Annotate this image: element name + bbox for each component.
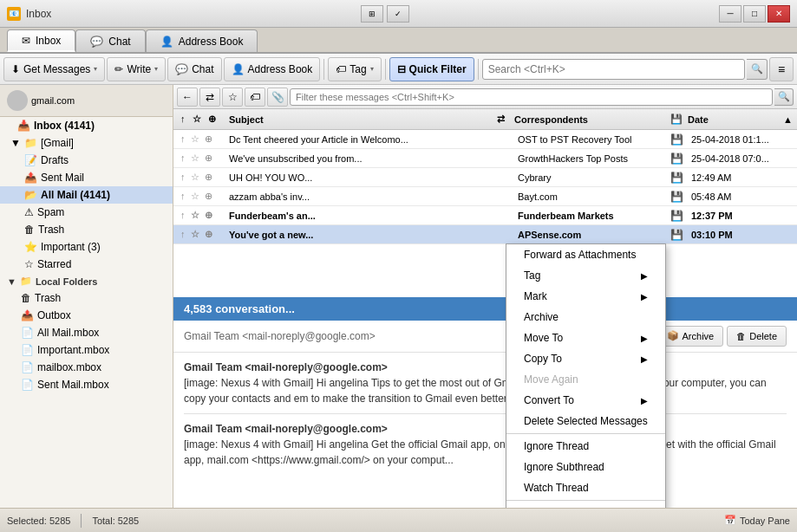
extra-btn-1[interactable]: ⊞	[361, 5, 383, 23]
ctx-sep-1	[506, 433, 665, 434]
preview-from-1: Gmail Team <mail-noreply@google.com>	[184, 330, 376, 342]
msg-corr-5: Funderbeam Markets	[514, 211, 670, 221]
sidebar-item-drafts[interactable]: 📝 Drafts	[0, 152, 173, 169]
hamburger-menu-button[interactable]: ≡	[769, 57, 794, 81]
msg-size-4: 💾	[670, 191, 688, 203]
filter-search-input[interactable]	[290, 88, 773, 106]
quick-filter-button[interactable]: ⊟ Quick Filter	[389, 57, 474, 81]
write-button[interactable]: ✏ Write ▾	[107, 57, 166, 81]
msg-row-2[interactable]: ↑☆⊕ We've unsubscribed you from... Growt…	[173, 149, 797, 168]
address-book-button[interactable]: 👤 Address Book	[224, 57, 321, 81]
status-bar: Selected: 5285 Total: 5285 📅 Today Pane	[0, 508, 797, 532]
sidebar-item-trash[interactable]: 🗑 Trash	[0, 221, 173, 238]
col-flags: ↑ ☆ ⊕	[173, 114, 225, 125]
status-today-pane[interactable]: 📅 Today Pane	[724, 515, 790, 526]
search-button[interactable]: 🔍	[747, 59, 768, 80]
status-selected: Selected: 5285	[7, 516, 70, 526]
sidebar-item-spam[interactable]: ⚠ Spam	[0, 204, 173, 221]
msg-row-4[interactable]: ↑☆⊕ azzam abba's inv... Bayt.com 💾 05:48…	[173, 187, 797, 206]
sidebar-item-gmail[interactable]: ▼ 📁 [Gmail]	[0, 134, 173, 152]
ctx-mark[interactable]: Mark ▶	[506, 286, 665, 307]
col-correspondents-header[interactable]: Correspondents	[514, 114, 670, 125]
ctx-convert-to[interactable]: Convert To ▶	[506, 390, 665, 411]
ctx-forward-attachments[interactable]: Forward as Attachments	[506, 244, 665, 265]
msg-row-3[interactable]: ↑☆⊕ UH OH! YOU WO... Cybrary 💾 12:49 AM	[173, 168, 797, 187]
star-button[interactable]: ☆	[222, 88, 243, 107]
tag-button[interactable]: 🏷 Tag ▾	[328, 57, 381, 81]
ctx-delete-selected[interactable]: Delete Selected Messages	[506, 411, 665, 431]
archive-icon: 📦	[667, 330, 679, 341]
sidebar-item-sentmail2[interactable]: 📄 Sent Mail.mbox	[0, 376, 173, 393]
sidebar-item-important2[interactable]: 📄 Important.mbox	[0, 341, 173, 359]
msg-subject-3: UH OH! YOU WO...	[225, 172, 497, 183]
col-date-header[interactable]: Date	[688, 114, 783, 125]
msg-subject-1: Dc Tent cheered your Article in Welcomo.…	[225, 134, 497, 145]
tab-inbox[interactable]: ✉ Inbox	[7, 29, 75, 52]
msg-row-1[interactable]: ↑☆⊕ Dc Tent cheered your Article in Welc…	[173, 130, 797, 149]
sidebar-item-allmail[interactable]: 📂 All Mail (4141)	[0, 186, 173, 204]
col-scroll-header: ▲	[783, 114, 797, 125]
calendar-icon: 📅	[724, 515, 736, 526]
close-button[interactable]: ✕	[768, 5, 790, 23]
sidebar-item-important[interactable]: ⭐ Important (3)	[0, 238, 173, 256]
ctx-ignore-subthread[interactable]: Ignore Subthread	[506, 457, 665, 477]
msg-row-5[interactable]: ↑☆⊕ Funderbeam's an... Funderbeam Market…	[173, 206, 797, 225]
localfolders-icon: 📁	[20, 276, 32, 287]
sidebar: gmail.com 📥 Inbox (4141) ▼ 📁 [Gmail] 📝 D…	[0, 85, 173, 508]
tag-icon: 🏷	[336, 63, 346, 75]
search-input[interactable]	[482, 59, 745, 80]
sidebar-item-outbox[interactable]: 📤 Outbox	[0, 307, 173, 324]
tag2-button[interactable]: 🏷	[245, 88, 265, 107]
ctx-archive[interactable]: Archive	[506, 307, 665, 328]
allmail-icon: 📂	[24, 189, 37, 201]
ctx-move-to[interactable]: Move To ▶	[506, 328, 665, 348]
important2-icon: 📄	[21, 344, 34, 356]
msg-date-3: 12:49 AM	[688, 172, 783, 183]
title-bar-extra: ⊞ ✓	[361, 5, 409, 23]
ctx-watch-thread[interactable]: Watch Thread	[506, 477, 665, 498]
sidebar-item-starred[interactable]: ☆ Starred	[0, 256, 173, 273]
title-bar: 📧 Inbox ⊞ ✓ ─ □ ✕	[0, 0, 797, 28]
maximize-button[interactable]: □	[743, 5, 766, 23]
address-book-icon: 👤	[232, 63, 245, 75]
msg-flags-1: ↑☆⊕	[173, 133, 225, 145]
ctx-ignore-thread[interactable]: Ignore Thread	[506, 436, 665, 457]
ctx-copy-clipboard[interactable]: Copy to clipboard ▶	[506, 503, 665, 508]
conversation-banner: 4,583 conversation...	[173, 297, 797, 321]
sidebar-item-trash2[interactable]: 🗑 Trash	[0, 289, 173, 307]
get-messages-button[interactable]: ⬇ Get Messages ▾	[3, 57, 105, 81]
extra-btn-2[interactable]: ✓	[387, 5, 409, 23]
addressbook-tab-label: Address Book	[179, 36, 244, 48]
toolbar-separator-1	[323, 59, 324, 80]
chat-button[interactable]: 💬 Chat	[167, 57, 221, 81]
sidebar-item-allmail2[interactable]: 📄 All Mail.mbox	[0, 324, 173, 341]
tab-addressbook[interactable]: 👤 Address Book	[146, 29, 258, 52]
msg-date-6: 03:10 PM	[688, 230, 783, 240]
msg-corr-2: GrowthHackers Top Posts	[514, 153, 670, 164]
tab-chat[interactable]: 💬 Chat	[75, 29, 145, 52]
trash-icon: 🗑	[24, 224, 35, 236]
msg-row-6[interactable]: ↑☆⊕ You've got a new... APSense.com 💾 03…	[173, 225, 797, 244]
sidebar-localfolders[interactable]: ▼ 📁 Local Folders	[0, 273, 173, 289]
ctx-copy-to[interactable]: Copy To ▶	[506, 348, 665, 369]
get-messages-arrow: ▾	[94, 65, 97, 73]
msg-flags-2: ↑☆⊕	[173, 152, 225, 164]
col-subject-header[interactable]: Subject	[225, 114, 497, 125]
minimize-button[interactable]: ─	[719, 5, 741, 23]
thread-button[interactable]: ⇄	[199, 88, 220, 107]
back-button[interactable]: ←	[177, 88, 198, 107]
sidebar-item-sentmail[interactable]: 📤 Sent Mail	[0, 169, 173, 186]
archive-button[interactable]: 📦 Archive	[657, 326, 724, 347]
sidebar-item-inbox[interactable]: 📥 Inbox (4141)	[0, 117, 173, 134]
ctx-tag[interactable]: Tag ▶	[506, 265, 665, 286]
attachment-button[interactable]: 📎	[267, 88, 288, 107]
msg-subject-6: You've got a new...	[225, 230, 497, 240]
important-icon: ⭐	[24, 241, 37, 253]
col-size-header: 💾	[670, 114, 688, 125]
outbox-icon: 📤	[21, 309, 34, 321]
mailbox-icon: 📄	[21, 361, 34, 373]
sidebar-item-mailbox[interactable]: 📄 mailbox.mbox	[0, 359, 173, 376]
msg-flags-6: ↑☆⊕	[173, 229, 225, 240]
delete-button[interactable]: 🗑 Delete	[727, 326, 787, 347]
filter-search-button[interactable]: 🔍	[774, 88, 794, 106]
